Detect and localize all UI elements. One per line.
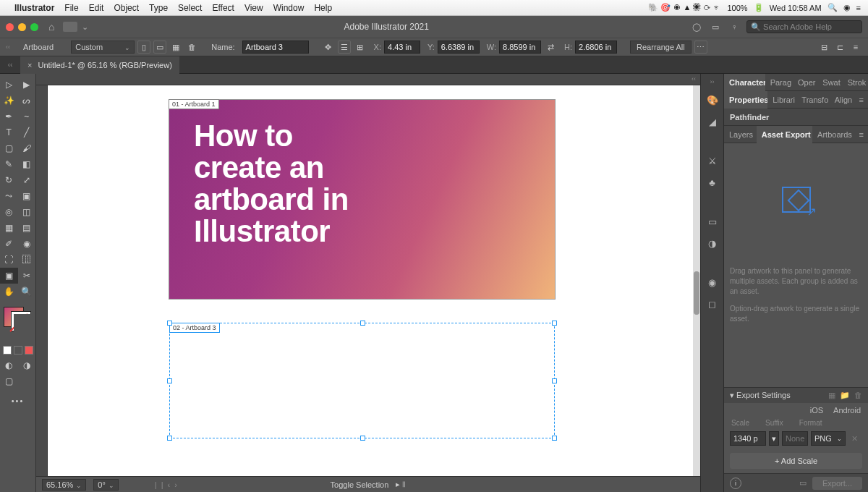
menu-view[interactable]: View — [244, 3, 263, 13]
rearrange-button[interactable]: Rearrange All — [630, 41, 692, 54]
pen-tool-icon[interactable]: ✒ — [0, 109, 18, 124]
scale-input[interactable]: 1340 p — [730, 431, 766, 446]
preset-select[interactable]: Custom — [71, 41, 135, 54]
add-scale-button[interactable]: + Add Scale — [730, 453, 862, 469]
symbol-sprayer-tool-icon[interactable]: ⛶ — [0, 252, 18, 268]
vertical-scrollbar[interactable] — [693, 85, 700, 476]
brush-tool-icon[interactable]: 🖌 — [18, 140, 36, 156]
expand-left-icon[interactable]: ‹‹ — [6, 43, 10, 51]
status-nav-icon[interactable]: ▸ ⫴ — [396, 480, 406, 489]
curvature-tool-icon[interactable]: ~ — [18, 109, 36, 124]
magic-wand-tool-icon[interactable]: ✨ — [0, 93, 18, 109]
rectangle-tool-icon[interactable]: ▢ — [0, 140, 18, 156]
gradient-tool-icon[interactable]: ▤ — [18, 220, 36, 236]
y-input[interactable]: 6.6389 in — [438, 41, 480, 54]
window-controls[interactable] — [6, 23, 38, 31]
link-wh-icon[interactable]: ⇄ — [544, 41, 557, 54]
pathfinder-header[interactable]: Pathfinder — [724, 109, 868, 126]
rearrange-options-icon[interactable]: ⋯ — [694, 41, 707, 54]
shaper-tool-icon[interactable]: ✎ — [0, 156, 18, 172]
panel-menu-icon[interactable]: ≡ — [855, 130, 868, 139]
folder-icon[interactable]: 📁 — [840, 391, 850, 400]
change-screen-icon[interactable]: ▢ — [0, 373, 18, 389]
grid-icon[interactable]: ▦ — [828, 391, 835, 400]
menu-file[interactable]: File — [64, 3, 78, 13]
canvas[interactable]: 01 - Artboard 1 How tocreate anartboard … — [48, 85, 700, 476]
slice-tool-icon[interactable]: ✂ — [18, 268, 36, 284]
lasso-tool-icon[interactable]: ᔕ — [18, 93, 36, 109]
resize-handle[interactable] — [360, 321, 365, 326]
fill-stroke-swatch[interactable] — [4, 304, 33, 333]
w-input[interactable]: 8.8599 in — [499, 41, 541, 54]
tab-align[interactable]: Align — [830, 91, 855, 109]
resize-handle[interactable] — [167, 436, 172, 441]
color-mode-icons[interactable] — [3, 346, 33, 355]
orientation-landscape-icon[interactable]: ▭ — [153, 41, 166, 54]
reference-point-icon[interactable]: ⊞ — [354, 41, 367, 54]
suffix-input[interactable]: None — [782, 431, 808, 446]
new-artboard-icon[interactable]: ▦ — [169, 41, 182, 54]
remove-row-icon[interactable]: ✕ — [851, 434, 858, 444]
orientation-portrait-icon[interactable]: ▯ — [137, 41, 150, 54]
collapse-right-icon[interactable]: ‹‹ — [687, 74, 700, 84]
eyedropper-tool-icon[interactable]: ✐ — [0, 236, 18, 252]
stroke-panel-icon[interactable]: ▭ — [705, 214, 720, 229]
menu-help[interactable]: Help — [314, 3, 332, 13]
tab-swatches[interactable]: Swat — [817, 74, 842, 91]
help-search[interactable]: 🔍 Search Adobe Help — [746, 20, 862, 33]
tab-layers[interactable]: Layers — [724, 126, 757, 143]
gradient-panel-icon[interactable]: ◑ — [705, 236, 720, 250]
screen-mode-icon[interactable]: ◑ — [18, 357, 36, 373]
export-button[interactable]: Export... — [812, 477, 862, 490]
platform-android[interactable]: Android — [833, 406, 861, 415]
resize-handle[interactable] — [552, 321, 557, 326]
h-input[interactable]: 2.6806 in — [575, 41, 617, 54]
x-input[interactable]: 4.43 in — [384, 41, 420, 54]
graph-tool-icon[interactable]: ⿲ — [18, 252, 36, 268]
zoom-select[interactable]: 65.16% — [42, 479, 86, 491]
delete-artboard-icon[interactable]: 🗑 — [185, 41, 198, 54]
panel-menu-icon[interactable]: ≡ — [849, 41, 862, 54]
mesh-tool-icon[interactable]: ▦ — [0, 220, 18, 236]
rotate-tool-icon[interactable]: ↻ — [0, 172, 18, 188]
brushes-panel-icon[interactable]: ⚔ — [705, 153, 720, 168]
rotate-select[interactable]: 0° — [93, 479, 119, 491]
resize-handle[interactable] — [167, 321, 172, 326]
tabs-scroll-left[interactable]: ‹‹ — [0, 61, 20, 69]
siri-icon[interactable]: ◉ — [843, 3, 851, 12]
menu-select[interactable]: Select — [178, 3, 202, 13]
user-icon[interactable]: ◯ — [690, 20, 703, 33]
tab-opentype[interactable]: Oper — [793, 74, 817, 91]
hand-tool-icon[interactable]: ✋ — [0, 284, 18, 300]
close-tab-icon[interactable]: × — [27, 61, 32, 69]
menu-type[interactable]: Type — [149, 3, 168, 13]
shape-builder-tool-icon[interactable]: ◎ — [0, 204, 18, 220]
menu-effect[interactable]: Effect — [212, 3, 234, 13]
menu-window[interactable]: Window — [273, 3, 305, 13]
appearance-panel-icon[interactable]: ◻ — [705, 297, 720, 311]
platform-ios[interactable]: iOS — [810, 406, 823, 415]
format-select[interactable]: PNG⌄ — [811, 431, 846, 446]
artboard-1[interactable]: 01 - Artboard 1 How tocreate anartboard … — [169, 100, 555, 299]
tab-character[interactable]: Character — [724, 74, 765, 91]
free-transform-tool-icon[interactable]: ▣ — [18, 188, 36, 204]
zoom-tool-icon[interactable]: 🔍 — [18, 284, 36, 300]
workspace-switcher[interactable] — [63, 22, 77, 32]
blend-tool-icon[interactable]: ◉ — [18, 236, 36, 252]
list-icon[interactable]: ≡ — [856, 4, 861, 12]
direct-selection-tool-icon[interactable]: ▶ — [18, 77, 36, 93]
move-with-artboard-icon[interactable]: ✥ — [322, 41, 335, 54]
artboard-name-input[interactable]: Artboard 3 — [242, 41, 309, 54]
tab-transform[interactable]: Transfo — [796, 91, 829, 109]
line-tool-icon[interactable]: ╱ — [18, 124, 36, 140]
selection-tool-icon[interactable]: ▷ — [0, 77, 18, 93]
transparency-panel-icon[interactable]: ◉ — [705, 275, 720, 289]
menu-edit[interactable]: Edit — [89, 3, 104, 13]
type-tool-icon[interactable]: T — [0, 124, 18, 140]
tab-artboards[interactable]: Artboards — [812, 126, 854, 143]
align-icon[interactable]: ⊟ — [817, 41, 830, 54]
distribute-icon[interactable]: ⊏ — [833, 41, 846, 54]
document-tab[interactable]: × Untitled-1* @ 65.16 % (RGB/Preview) — [20, 56, 179, 74]
resize-handle[interactable] — [552, 378, 557, 383]
tab-asset-export[interactable]: Asset Export — [757, 126, 812, 143]
